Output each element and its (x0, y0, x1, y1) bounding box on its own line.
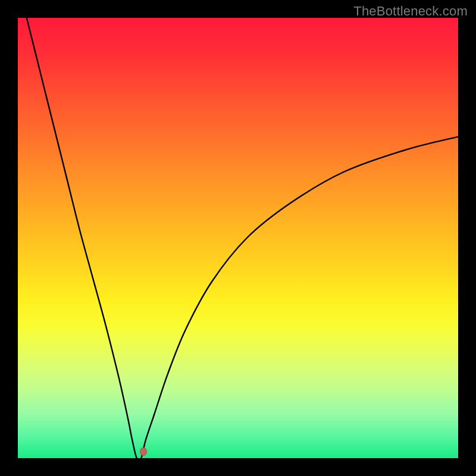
minimum-marker (140, 447, 147, 456)
plot-area (18, 18, 458, 458)
bottleneck-curve (27, 18, 458, 458)
curve-svg (18, 18, 458, 458)
chart-frame: TheBottleneck.com (0, 0, 476, 476)
watermark-text: TheBottleneck.com (353, 4, 468, 19)
